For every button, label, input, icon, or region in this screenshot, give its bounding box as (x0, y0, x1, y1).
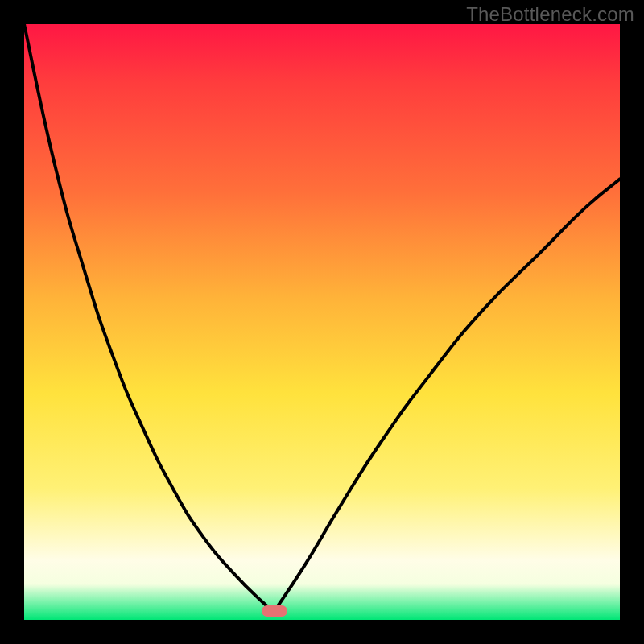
plot-area (24, 24, 620, 620)
cusp-marker (262, 605, 287, 617)
chart-frame: TheBottleneck.com (0, 0, 644, 644)
curve-left-branch (24, 24, 275, 611)
curve-right-branch (275, 179, 620, 611)
watermark-text: TheBottleneck.com (466, 3, 634, 26)
curve-svg (24, 24, 620, 620)
